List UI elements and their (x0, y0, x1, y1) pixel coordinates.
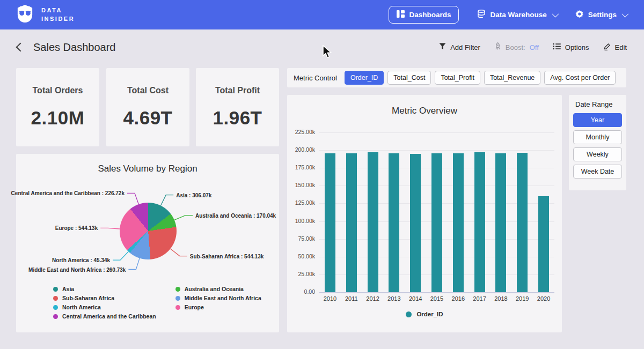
metric-button-avg-cost-per-order[interactable]: Avg. Cost per Order (544, 71, 616, 85)
page-title: Sales Dashboard (33, 41, 115, 54)
x-axis-tick: 2012 (362, 295, 384, 302)
legend-item-middle-east-and-north-africa: Middle East and North Africa (175, 295, 261, 301)
y-axis-tick: 100.00k (295, 218, 315, 224)
date-range-button-weekly[interactable]: Weekly (573, 147, 622, 161)
pie-legend: AsiaSub-Saharan AfricaNorth AmericaCentr… (53, 286, 261, 320)
bar-2013 (389, 153, 399, 292)
bar-2017 (474, 152, 485, 292)
edit-button[interactable]: Edit (603, 43, 627, 52)
dashboards-grid-icon (397, 10, 405, 19)
bar-legend-label: Order_ID (416, 311, 443, 317)
boost-toggle[interactable]: Boost: Off (494, 42, 539, 52)
metric-button-total-profit[interactable]: Total_Profit (435, 71, 480, 85)
nav-settings-label: Settings (588, 11, 617, 19)
add-filter-button[interactable]: Add Filter (439, 43, 480, 51)
bar-2015 (431, 153, 442, 292)
metric-control-buttons: Order_IDTotal_CostTotal_ProfitTotal_Reve… (345, 71, 619, 85)
date-range-button-monthly[interactable]: Monthly (573, 130, 622, 144)
brand-logo[interactable]: DATA INSIDER (15, 4, 75, 26)
legend-dot (53, 287, 58, 292)
bar-2016 (453, 153, 464, 292)
back-button[interactable] (16, 43, 25, 52)
bar-chart-title: Metric Overview (287, 106, 562, 116)
bar-slot (383, 132, 405, 292)
metric-button-total-revenue[interactable]: Total_Revenue (484, 71, 540, 85)
options-button[interactable]: Options (553, 43, 589, 51)
nav-data-warehouse[interactable]: Data Warehouse (477, 10, 557, 20)
gridline (319, 292, 554, 293)
list-options-icon (553, 43, 561, 51)
kpi-value: 1.96T (213, 107, 262, 129)
bar-legend-dot (406, 311, 412, 317)
x-axis-tick: 2014 (405, 295, 426, 302)
bar-2020 (538, 196, 549, 292)
page-header: Sales Dashboard Add Filter Boost: Off (0, 29, 644, 65)
bar-slot (319, 132, 341, 292)
legend-dot (53, 314, 58, 319)
bar-slot (426, 132, 448, 292)
bar-2012 (368, 152, 378, 292)
legend-dot (53, 305, 58, 310)
kpi-label: Total Orders (33, 86, 83, 95)
legend-dot (53, 296, 58, 301)
date-range-button-week-date[interactable]: Week Date (573, 165, 622, 179)
legend-label: Middle East and North Africa (185, 295, 261, 301)
pie-slice-label-central-america-and-the-caribbean: Central America and the Caribbean : 226.… (11, 190, 125, 196)
x-axis-tick: 2017 (469, 295, 491, 302)
bar-slot (448, 132, 469, 292)
bar-chart-legend: Order_ID (287, 311, 562, 317)
bar-chart-bars (319, 132, 554, 292)
bar-2019 (517, 153, 528, 292)
nav-dashboards[interactable]: Dashboards (389, 6, 459, 24)
pie-slice-label-middle-east-and-north-africa: Middle East and North Africa : 260.73k (28, 266, 126, 272)
x-axis-tick: 2010 (319, 295, 341, 302)
pie-slice-label-sub-saharan-africa: Sub-Saharan Africa : 544.13k (190, 253, 264, 259)
x-axis-tick: 2011 (341, 295, 362, 302)
database-icon (477, 10, 486, 20)
y-axis-tick: 50.00k (298, 253, 315, 259)
y-axis-tick: 75.00k (298, 235, 315, 242)
metric-button-order-id[interactable]: Order_ID (345, 71, 384, 85)
legend-label: Sub-Saharan Africa (62, 295, 114, 301)
pie-disc (120, 203, 177, 259)
legend-dot (175, 296, 180, 301)
add-filter-label: Add Filter (450, 43, 480, 51)
x-axis-tick: 2020 (533, 295, 554, 302)
bar-2014 (410, 154, 421, 292)
nav-dashboards-label: Dashboards (409, 11, 451, 19)
date-range-panel: Date Range YearMonthlyWeeklyWeek Date (569, 95, 626, 190)
bar-slot (533, 132, 554, 292)
sales-dashboard-page: DATA INSIDER Dashboards (0, 0, 644, 349)
legend-label: Asia (62, 286, 74, 292)
pie-slice-label-europe: Europe : 544.13k (55, 225, 98, 231)
legend-label: Australia and Oceania (185, 286, 244, 292)
pie-legend-col-1: AsiaSub-Saharan AfricaNorth AmericaCentr… (53, 286, 156, 320)
legend-dot (175, 305, 180, 310)
bar-2018 (495, 153, 506, 292)
bar-slot (511, 132, 533, 292)
legend-item-europe: Europe (175, 304, 261, 310)
legend-item-sub-saharan-africa: Sub-Saharan Africa (53, 295, 156, 301)
nav-settings[interactable]: Settings (575, 10, 627, 20)
pie-chart-card: Sales Volume by Region Asia : 306.07kAus… (16, 154, 279, 332)
chevron-down-icon (552, 11, 559, 18)
brand-name: DATA INSIDER (41, 6, 75, 24)
metric-control-bar: Metric Control Order_IDTotal_CostTotal_P… (287, 68, 626, 87)
bar-slot (469, 132, 491, 292)
legend-item-north-america: North America (53, 304, 156, 310)
y-axis-tick: 225.00k (295, 129, 315, 135)
date-range-button-year[interactable]: Year (573, 113, 622, 127)
nav-data-warehouse-label: Data Warehouse (490, 11, 546, 19)
x-axis-tick: 2019 (511, 295, 533, 302)
metric-button-total-cost[interactable]: Total_Cost (387, 71, 431, 85)
header-actions: Add Filter Boost: Off (439, 42, 627, 52)
pie-slice-label-asia: Asia : 306.07k (176, 192, 211, 198)
boost-value: Off (530, 43, 539, 51)
pie-slice-label-australia-and-oceania: Australia and Oceania : 170.04k (195, 212, 276, 218)
navbar-menu: Dashboards Data Warehouse (389, 6, 627, 24)
legend-label: Central America and the Caribbean (62, 313, 156, 320)
filter-funnel-icon (439, 43, 446, 51)
y-axis-tick: 150.00k (295, 182, 315, 189)
pie-slice-label-north-america: North America : 45.34k (52, 257, 110, 263)
top-navbar: DATA INSIDER Dashboards (0, 0, 644, 29)
